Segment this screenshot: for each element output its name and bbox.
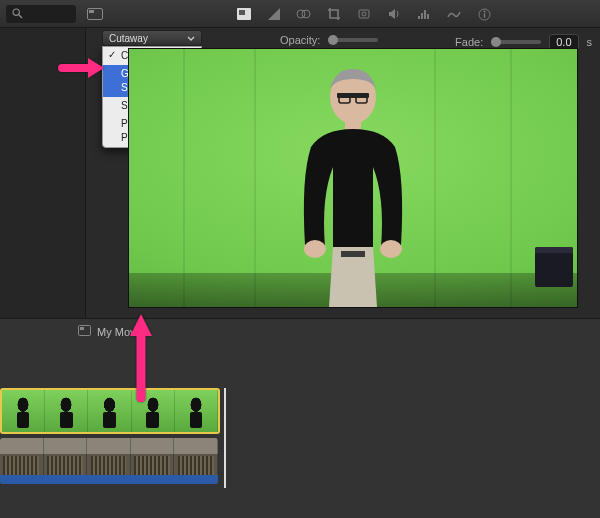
subject-person (263, 48, 443, 307)
audio-icon[interactable] (385, 5, 403, 23)
opacity-label: Opacity: (280, 34, 320, 46)
svg-rect-13 (427, 14, 429, 19)
audio-effects-icon[interactable] (415, 5, 433, 23)
timeline[interactable]: My Movie (0, 318, 600, 518)
dropdown-current-label: Cutaway (109, 33, 148, 44)
overlay-clip[interactable] (0, 388, 220, 434)
crop-icon[interactable] (325, 5, 343, 23)
svg-rect-3 (89, 10, 94, 13)
fade-unit: s (587, 36, 593, 48)
opacity-slider[interactable] (328, 38, 378, 42)
sidebar (0, 28, 86, 318)
svg-line-1 (19, 15, 22, 18)
display-toggle-icon[interactable] (86, 7, 104, 21)
svg-point-7 (302, 10, 310, 18)
svg-rect-26 (80, 327, 84, 330)
fade-slider[interactable] (491, 40, 541, 44)
fade-label: Fade: (455, 36, 483, 48)
search-input[interactable] (6, 5, 76, 23)
svg-point-22 (304, 240, 326, 258)
svg-rect-12 (424, 10, 426, 19)
preview-viewer[interactable] (128, 48, 578, 308)
overlay-settings-icon[interactable] (235, 5, 253, 23)
svg-rect-11 (421, 13, 423, 19)
svg-rect-24 (341, 251, 365, 257)
svg-point-0 (13, 9, 19, 15)
svg-rect-5 (239, 10, 245, 15)
info-icon[interactable] (475, 5, 493, 23)
playhead[interactable] (224, 388, 226, 488)
svg-rect-8 (359, 10, 369, 18)
svg-point-15 (483, 10, 485, 12)
chevron-down-icon (187, 33, 195, 44)
project-name: My Movie (97, 326, 144, 338)
search-icon (12, 8, 23, 19)
equipment-box (535, 247, 573, 287)
overlay-mode-dropdown[interactable]: Cutaway (102, 30, 202, 46)
svg-rect-10 (418, 16, 420, 19)
primary-clip[interactable] (0, 438, 218, 484)
project-icon (78, 325, 91, 338)
svg-point-9 (362, 12, 366, 16)
color-balance-icon[interactable] (265, 5, 283, 23)
svg-point-23 (380, 240, 402, 258)
audio-waveform (0, 475, 218, 484)
stabilize-icon[interactable] (355, 5, 373, 23)
video-effects-icon[interactable] (445, 5, 463, 23)
svg-rect-16 (483, 13, 484, 17)
color-correction-icon[interactable] (295, 5, 313, 23)
